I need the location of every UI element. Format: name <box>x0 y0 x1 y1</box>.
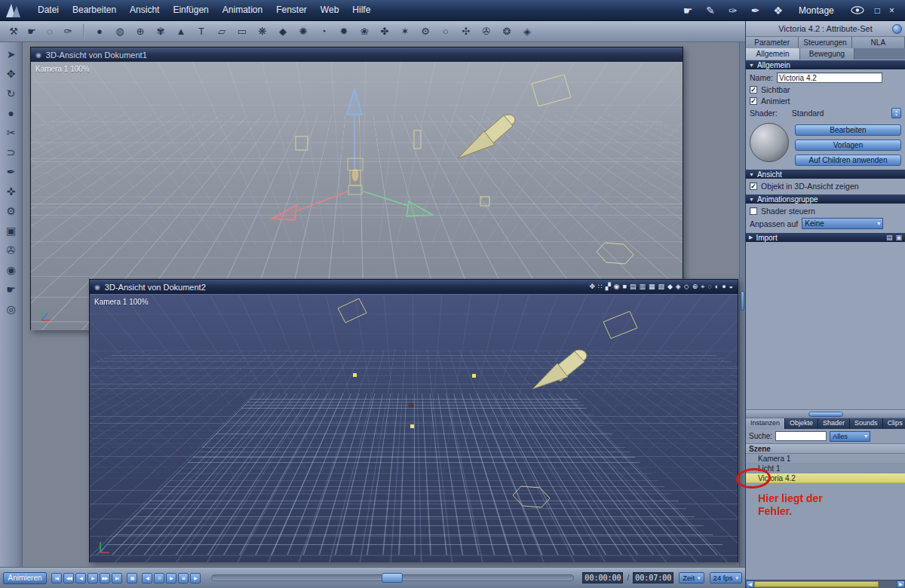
tab-parameter[interactable]: Parameter <box>746 37 799 48</box>
import-box-icon[interactable]: ▣ <box>895 234 902 241</box>
auf-children-anwenden-button[interactable]: Auf Children anwenden <box>795 155 901 166</box>
shader-steuern-checkbox[interactable] <box>750 207 757 215</box>
window2-titlebar[interactable]: ◉ 3D-Ansicht von Dokument2 ✥∷▞◉■▤▥▦▧◆◈◇⊕… <box>90 280 738 294</box>
vp-shield-solo-icon[interactable]: ◆ <box>667 283 673 290</box>
next-keyframe-button[interactable]: ▶▶ <box>100 573 110 583</box>
goto-start-button[interactable]: |◀ <box>51 573 62 583</box>
vp-dolly-icon[interactable]: ∷ <box>598 283 603 290</box>
add-key-button[interactable]: ⊙ <box>154 573 164 583</box>
arrow-object-2[interactable] <box>532 350 587 389</box>
arrow-object-1[interactable] <box>458 115 515 158</box>
paint-bucket-icon[interactable]: ▣ <box>3 225 20 237</box>
prev-keyframe-button[interactable]: ◀◀ <box>63 573 74 583</box>
tab-nla[interactable]: NLA <box>852 37 905 48</box>
search-input[interactable] <box>775 431 827 441</box>
menu-item-hilfe[interactable]: Hilfe <box>345 0 377 20</box>
sphere-tool-icon[interactable]: ● <box>3 107 20 119</box>
viewport-dokument2[interactable]: Kamera 1 100% <box>90 294 738 562</box>
menu-item-ansicht[interactable]: Ansicht <box>123 0 166 20</box>
zoom-tool-icon[interactable]: ◎ <box>3 303 20 315</box>
list-item-licht-1[interactable]: Licht 1 <box>746 464 905 473</box>
window-dokument2[interactable]: ◉ 3D-Ansicht von Dokument2 ✥∷▞◉■▤▥▦▧◆◈◇⊕… <box>89 279 738 562</box>
list-item-kamera-1[interactable]: Kamera 1 <box>746 454 905 464</box>
objekt-zeigen-checkbox[interactable]: ✓ <box>750 182 757 190</box>
pen-tool-icon[interactable]: ✒ <box>3 166 20 178</box>
restore-window-icon[interactable]: □ <box>875 5 880 16</box>
menu-item-einfügen[interactable]: Einfügen <box>166 0 215 20</box>
vp-display-wire-icon[interactable]: ▦ <box>649 283 655 290</box>
time-current-field[interactable]: 00:00:00 <box>582 572 623 583</box>
tab-clips[interactable]: Clips <box>883 418 905 429</box>
marker-play-button[interactable]: ▶ <box>190 573 201 583</box>
scroll-thumb[interactable] <box>754 581 879 587</box>
vp-render-preview-icon[interactable]: ◉ <box>614 283 620 290</box>
insert-spline-object-icon[interactable]: ✾ <box>152 26 170 37</box>
insert-particle-emitter-icon[interactable]: ❋ <box>253 26 272 37</box>
tab-instanzen[interactable]: Instanzen <box>746 418 785 429</box>
vorlagen-button[interactable]: Vorlagen <box>795 139 901 151</box>
tab-objekte[interactable]: Objekte <box>785 418 818 429</box>
timeline-grid-button[interactable]: ▦ <box>127 573 137 583</box>
tab-steuerungen[interactable]: Steuerungen <box>799 37 851 48</box>
insert-vertex-object-icon[interactable]: ◍ <box>111 26 129 37</box>
section-animationsgruppe[interactable]: ▼ Animationsgruppe <box>746 194 905 204</box>
room-model-icon[interactable]: ✎ <box>706 5 715 17</box>
animate-button[interactable]: Animieren <box>3 572 47 584</box>
section-import[interactable]: ▶ Import ▤ ▣ <box>746 232 905 242</box>
insert-gear-icon[interactable]: ⚙ <box>416 26 434 37</box>
time-mode-dropdown[interactable]: Zeit ▾ <box>679 572 704 583</box>
vp-bank-icon[interactable]: ▞ <box>606 283 611 290</box>
time-total-field[interactable]: 00:07:00 <box>633 572 673 583</box>
tab-shader[interactable]: Shader <box>818 418 850 429</box>
insert-fire-icon[interactable]: ✺ <box>294 26 312 37</box>
camera-track-icon[interactable]: ✇ <box>3 244 20 256</box>
insert-tool-icon[interactable]: ✤ <box>376 26 394 37</box>
wireframe-objects-1[interactable] <box>296 75 634 264</box>
bearbeiten-button[interactable]: Bearbeiten <box>795 124 901 136</box>
insert-infinite-plane-icon[interactable]: ▭ <box>233 26 251 37</box>
fps-dropdown[interactable]: 24 fps ▾ <box>710 572 742 583</box>
prev-frame-button[interactable]: ◀ <box>75 573 86 583</box>
select-tool-icon[interactable]: ➤ <box>3 48 20 60</box>
magnet-tool-icon[interactable]: ⊃ <box>3 146 20 158</box>
insert-text-icon[interactable]: T <box>192 26 210 37</box>
insert-sphere-icon[interactable]: ● <box>90 26 109 37</box>
insert-ball-icon[interactable]: ○ <box>437 26 455 37</box>
gear-tool-icon[interactable]: ⚙ <box>3 205 20 217</box>
insert-metaball-icon[interactable]: ⊕ <box>131 26 149 37</box>
import-list-icon[interactable]: ▤ <box>886 234 893 241</box>
marker-grid-button[interactable]: ⊞ <box>178 573 189 583</box>
vp-display-gouraud-icon[interactable]: ▤ <box>630 283 637 290</box>
rotate-tool-icon[interactable]: ↻ <box>3 87 20 100</box>
pin-tool-icon[interactable]: ✜ <box>3 185 20 198</box>
section-allgemein[interactable]: ▼ Allgemein <box>746 60 905 69</box>
scene-header-row[interactable]: Szene <box>746 444 905 454</box>
menu-item-animation[interactable]: Animation <box>216 0 269 20</box>
insert-camera-icon[interactable]: ✇ <box>477 26 495 37</box>
vp-frame-icon[interactable]: ◌ <box>707 283 711 290</box>
timeline-slider-thumb[interactable] <box>382 573 403 583</box>
vp-display-phong-icon[interactable]: ▥ <box>639 283 646 290</box>
shader-preview-sphere[interactable] <box>750 123 789 162</box>
timeline-slider[interactable] <box>211 574 574 581</box>
tab-sounds[interactable]: Sounds <box>850 418 883 429</box>
panel-splitter[interactable] <box>746 409 905 418</box>
workspace-scrollbar[interactable] <box>739 42 745 567</box>
hand-tool-icon[interactable]: ☛ <box>3 283 20 296</box>
insert-group-icon[interactable]: ◈ <box>518 26 536 37</box>
window2-menu-icon[interactable]: ◉ <box>94 283 100 291</box>
next-marker-button[interactable]: ▶ <box>166 573 176 583</box>
vp-target-icon[interactable]: ⌖ <box>701 283 704 290</box>
vp-bottom-sphere-icon[interactable]: ◒ <box>729 283 733 290</box>
insert-bone-icon[interactable]: ✣ <box>457 26 475 37</box>
victoria-figure[interactable] <box>348 158 363 194</box>
insert-cloud-icon[interactable]: ◔ <box>314 26 333 37</box>
wrench-icon[interactable]: ⚒ <box>5 26 23 37</box>
move-tool-icon[interactable]: ✥ <box>3 68 20 80</box>
splitter-handle[interactable] <box>808 412 843 417</box>
room-render-icon[interactable]: ❖ <box>773 5 783 17</box>
knife-tool-icon[interactable]: ✂ <box>3 127 20 139</box>
camera-icon[interactable]: ◉ <box>3 264 20 276</box>
next-frame-button[interactable]: ▶ <box>87 573 98 583</box>
menu-item-bearbeiten[interactable]: Bearbeiten <box>66 0 123 20</box>
